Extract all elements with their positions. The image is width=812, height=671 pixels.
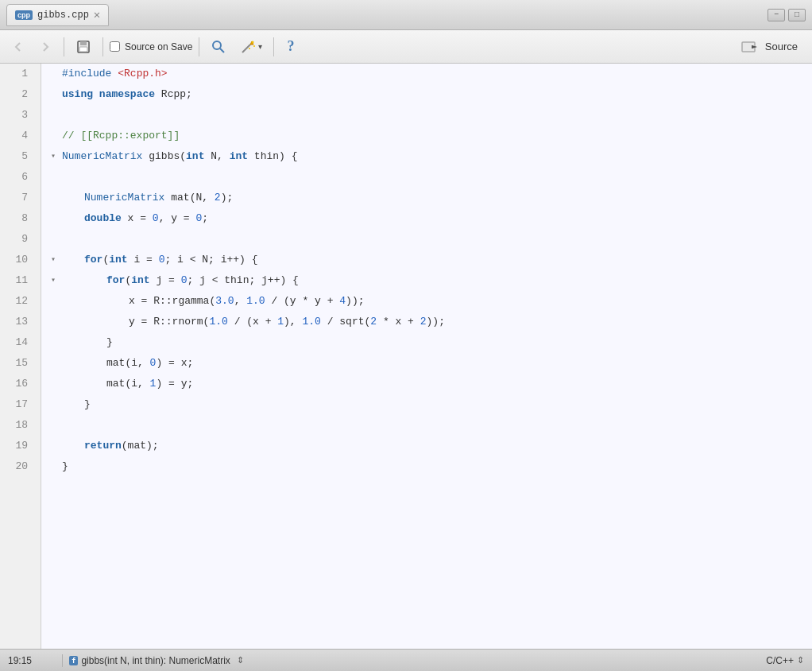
fold-arrow [51,208,62,229]
line-number: 6 [0,167,34,188]
line-number: 11 [0,270,34,291]
fold-arrow [51,84,62,105]
code-token: 0 [195,208,202,229]
status-function: f gibbs(int N, int thin): NumericMatrix … [69,655,766,666]
line-number: 3 [0,105,34,126]
source-button-label: Source [765,41,798,52]
line-number: 7 [0,188,34,208]
code-token: } [62,456,68,477]
forward-button[interactable] [33,37,57,57]
file-tab[interactable]: cpp gibbs.cpp ✕ [6,4,109,26]
svg-point-3 [213,41,221,49]
code-token [111,64,118,84]
close-tab-button[interactable]: ✕ [94,10,100,21]
fold-arrow [51,394,62,415]
fold-arrow[interactable]: ▾ [51,270,62,291]
svg-rect-1 [80,41,87,45]
fold-arrow [51,167,62,188]
code-token: ; [202,208,208,229]
code-token: for [106,270,125,291]
code-line [51,167,812,188]
save-icon [75,39,91,55]
magic-button[interactable]: ▾ [234,35,267,59]
line-number: 2 [0,84,34,105]
code-token: 0 [159,250,165,270]
function-name: gibbs(int N, int thin): NumericMatrix [81,655,230,666]
code-token: j = [150,270,181,291]
line-number: 12 [0,291,34,312]
svg-line-4 [220,48,224,52]
line-number: 15 [0,353,34,374]
line-number: 17 [0,394,34,415]
code-token: i = [128,250,159,270]
code-token: 2 [215,188,221,208]
fold-arrow [51,126,62,146]
code-token: ) = y; [156,374,193,394]
line-number: 1 [0,64,34,84]
search-button[interactable] [206,36,231,58]
back-button[interactable] [6,37,30,57]
source-arrow-icon [741,39,760,55]
save-button[interactable] [71,36,96,58]
code-line: ▾NumericMatrix gibbs(int N, int thin) { [51,146,812,167]
line-number: 16 [0,374,34,394]
fold-arrow[interactable]: ▾ [51,250,62,270]
code-token: NumericMatrix [62,146,142,167]
search-icon [211,39,226,55]
code-line: using namespace Rcpp; [51,84,812,105]
status-bar: 19:15 f gibbs(int N, int thin): NumericM… [0,649,812,671]
code-line: ▾for(int i = 0; i < N; i++) { [51,250,812,270]
svg-rect-2 [79,47,87,52]
code-token [93,84,99,105]
fold-arrow [51,332,62,353]
fold-arrow [51,64,62,84]
code-line: y = R::rnorm(1.0 / (x + 1), 1.0 / sqrt(2… [51,312,812,332]
window-controls: − □ [768,9,806,21]
code-token: namespace [99,84,155,105]
fold-arrow [51,291,62,312]
line-number: 4 [0,126,34,146]
toolbar: Source on Save ▾ ? Source [0,30,812,64]
code-token: 1.0 [302,312,320,332]
function-icon: f [69,656,78,665]
code-line [51,415,812,436]
code-token: 4 [339,291,346,312]
back-icon [11,40,25,54]
line-number: 14 [0,332,34,353]
code-token: / sqrt( [321,312,370,332]
code-content[interactable]: #include <Rcpp.h> using namespace Rcpp; … [41,64,812,649]
code-line: } [51,456,812,477]
code-token: ); [221,188,234,208]
code-token: / (y * y + [265,291,340,312]
separator-3 [199,37,199,56]
code-token: x = [122,208,153,229]
code-token: } [106,332,113,353]
magic-dropdown-arrow: ▾ [258,42,262,51]
line-number: 8 [0,208,34,229]
fold-arrow[interactable]: ▾ [51,146,62,167]
code-line: // [[Rcpp::export]] [51,126,812,146]
source-on-save-checkbox[interactable] [110,41,120,52]
source-button[interactable]: Source [733,36,806,58]
maximize-button[interactable]: □ [788,9,806,21]
code-token: 0 [181,270,188,291]
source-on-save-label: Source on Save [125,41,192,52]
help-button[interactable]: ? [280,35,300,58]
code-token: * x + [377,312,420,332]
code-line: mat(i, 1) = y; [51,374,812,394]
code-line [51,105,812,126]
code-token: ( [125,270,131,291]
fold-arrow [51,229,62,250]
forward-icon [38,40,52,54]
code-token: // [[Rcpp::export]] [62,126,180,146]
line-number: 18 [0,415,34,436]
code-token: y = R::rnorm( [129,312,209,332]
code-token: 1.0 [209,312,227,332]
line-number: 19 [0,436,34,456]
minimize-button[interactable]: − [768,9,785,21]
code-token: )); [427,312,445,332]
code-token: int [109,250,127,270]
fold-arrow [51,188,62,208]
code-token: return [84,436,122,456]
code-token: N, [204,146,229,167]
